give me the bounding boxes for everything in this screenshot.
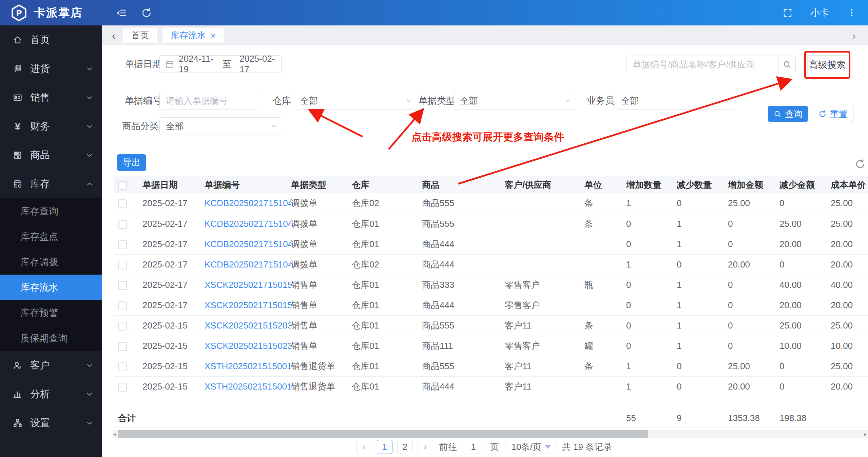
cell-bill-type: 销售单 xyxy=(291,295,352,315)
row-checkbox[interactable] xyxy=(118,362,127,371)
bill-no-link[interactable]: KCDB20250217151041 xyxy=(205,239,291,249)
bill-no-link[interactable]: KCDB20250217151041 xyxy=(205,259,291,270)
bill-no-input[interactable] xyxy=(160,92,257,109)
page-size-select[interactable]: 10条/页 xyxy=(505,440,556,454)
cell-bill-type: 销售退货单 xyxy=(291,376,352,397)
select-all-checkbox[interactable] xyxy=(118,181,127,190)
reset-button[interactable]: 重置 xyxy=(813,106,853,122)
scroll-right-arrow-icon[interactable]: ▸ xyxy=(863,431,868,437)
cell-customer xyxy=(505,214,584,234)
cell-customer: 客户11 xyxy=(505,356,584,376)
cell-warehouse: 仓库02 xyxy=(352,254,422,275)
close-icon[interactable]: × xyxy=(211,31,216,40)
category-select[interactable]: 全部 xyxy=(159,117,282,135)
scrollbar-thumb[interactable] xyxy=(118,430,648,438)
cell-customer xyxy=(505,254,584,275)
bill-no-link[interactable]: XSTH20250215150011 xyxy=(205,381,291,392)
sidebar-item-purchase[interactable]: 进货 xyxy=(0,54,102,83)
submenu-item-stock-transfer[interactable]: 库存调拨 xyxy=(0,249,102,275)
cell-unit xyxy=(584,295,626,315)
cell-dec-amt: 25.00 xyxy=(779,315,831,336)
query-button[interactable]: 查询 xyxy=(768,106,808,122)
bill-no-label: 单据编号 xyxy=(125,92,161,110)
bill-no-link[interactable]: XSCK20250217150154 xyxy=(205,300,291,310)
sidebar-item-inventory[interactable]: 库存 xyxy=(0,170,102,198)
bill-no-link[interactable]: XSCK20250217150154 xyxy=(205,280,291,290)
bill-no-link[interactable]: XSCK20250215152039 xyxy=(205,320,291,331)
cell-dec-qty: 1 xyxy=(677,295,728,315)
cell-dec-amt: 40.00 xyxy=(779,275,831,295)
row-checkbox[interactable] xyxy=(118,301,127,310)
submenu-item-stock-warning[interactable]: 库存预警 xyxy=(0,300,102,325)
row-checkbox[interactable] xyxy=(118,240,127,249)
row-checkbox[interactable] xyxy=(118,342,127,351)
row-checkbox[interactable] xyxy=(118,383,127,392)
scroll-left-arrow-icon[interactable]: ◂ xyxy=(112,431,117,437)
sidebar-item-settings[interactable]: 设置 xyxy=(0,409,102,437)
sidebar-item-goods[interactable]: 商品 xyxy=(0,141,102,170)
bill-no-link[interactable]: XSCK20250215150237 xyxy=(205,341,291,351)
chevron-down-icon xyxy=(724,97,730,104)
date-separator: 至 xyxy=(219,58,235,70)
tab-home[interactable]: 首页 xyxy=(123,28,157,43)
cell-unit xyxy=(584,254,626,275)
submenu-item-stock-count[interactable]: 库存盘点 xyxy=(0,224,102,249)
submenu-item-stock-query[interactable]: 库存查询 xyxy=(0,198,102,224)
tab-stock-flow[interactable]: 库存流水 × xyxy=(162,28,224,43)
cell-dec-qty: 0 xyxy=(677,254,728,275)
tabs-scroll-right-icon[interactable]: › xyxy=(852,30,856,41)
export-button[interactable]: 导出 xyxy=(117,154,146,171)
refresh-page-icon[interactable] xyxy=(141,7,152,18)
cell-cost-price: 20.00 xyxy=(831,234,868,254)
warehouse-select[interactable]: 全部 xyxy=(294,92,417,110)
row-checkbox[interactable] xyxy=(118,199,127,208)
row-checkbox[interactable] xyxy=(118,261,127,270)
salesman-select[interactable]: 全部 xyxy=(615,92,735,110)
keyword-search xyxy=(626,56,796,73)
more-menu-icon[interactable] xyxy=(847,8,856,18)
sales-icon xyxy=(13,93,23,103)
user-name[interactable]: 小卡 xyxy=(810,6,829,19)
table-row: 2025-02-17 KCDB20250217151041 调拨单 仓库01 商… xyxy=(114,214,868,234)
col-dec-qty: 减少数量 xyxy=(677,176,728,193)
sidebar-item-sales[interactable]: 销售 xyxy=(0,83,102,112)
prev-page-button[interactable]: ‹ xyxy=(356,440,372,454)
page-unit-label: 页 xyxy=(489,441,500,453)
bill-no-link[interactable]: XSTH20250215150011 xyxy=(205,361,291,371)
collapse-sidebar-icon[interactable] xyxy=(116,7,127,18)
row-checkbox[interactable] xyxy=(118,322,127,331)
page-button-2[interactable]: 2 xyxy=(397,440,413,454)
date-range-picker[interactable]: 2024-11-19 至 2025-02-17 xyxy=(159,55,282,73)
sidebar-item-analysis[interactable]: 分析 xyxy=(0,380,102,409)
cell-product: 商品444 xyxy=(422,376,505,397)
page-button-1[interactable]: 1 xyxy=(377,440,392,454)
advanced-search-button[interactable]: 高级搜索 xyxy=(807,55,847,74)
tabs-scroll-left-icon[interactable]: ‹ xyxy=(112,30,116,41)
search-icon[interactable] xyxy=(778,56,795,73)
sidebar-item-home[interactable]: 首页 xyxy=(0,25,102,54)
cell-unit: 瓶 xyxy=(584,275,626,295)
fullscreen-icon[interactable] xyxy=(783,8,793,18)
submenu-item-shelf-life-query[interactable]: 质保期查询 xyxy=(0,325,102,351)
bill-no-link[interactable]: KCDB20250217151041 xyxy=(205,198,291,208)
submenu-item-stock-flow[interactable]: 库存流水 xyxy=(0,275,102,300)
cell-bill-date: 2025-02-15 xyxy=(142,356,205,376)
pagination: ‹ 1 2 › 前往 页 10条/页 共 19 条记录 xyxy=(102,440,868,454)
row-checkbox[interactable] xyxy=(118,220,127,229)
horizontal-scrollbar[interactable]: ◂ ▸ xyxy=(112,430,868,438)
next-page-button[interactable]: › xyxy=(418,440,433,454)
keyword-search-input[interactable] xyxy=(626,56,778,73)
goto-page-input[interactable] xyxy=(463,440,484,454)
bill-no-link[interactable]: KCDB20250217151041 xyxy=(205,219,291,229)
table-header-row: 单据日期 单据编号 单据类型 仓库 商品 客户/供应商 单位 增加数量 减少数量… xyxy=(114,176,868,193)
cell-dec-qty: 0 xyxy=(677,356,728,376)
sidebar-item-customer[interactable]: 客户 xyxy=(0,351,102,380)
row-checkbox[interactable] xyxy=(118,281,127,290)
cell-bill-date: 2025-02-15 xyxy=(142,315,205,336)
bill-type-select[interactable]: 全部 xyxy=(454,92,576,110)
table-refresh-icon[interactable] xyxy=(855,159,866,171)
sidebar-item-finance[interactable]: ¥ 财务 xyxy=(0,112,102,141)
cell-inc-qty: 0 xyxy=(626,275,677,295)
cell-bill-type: 调拨单 xyxy=(291,193,352,214)
cell-inc-qty: 0 xyxy=(626,315,677,336)
